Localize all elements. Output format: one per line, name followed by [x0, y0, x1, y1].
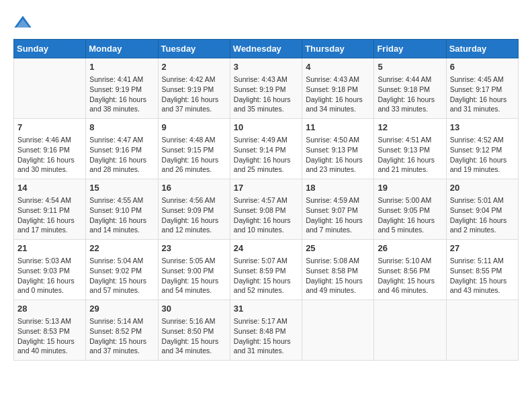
column-header-friday: Friday: [374, 40, 446, 58]
calendar-cell: [446, 300, 518, 361]
cell-content: Sunrise: 4:52 AM Sunset: 9:12 PM Dayligh…: [450, 135, 515, 175]
calendar-week-5: 28Sunrise: 5:13 AM Sunset: 8:53 PM Dayli…: [14, 300, 519, 361]
logo-icon: [13, 13, 32, 32]
cell-content: Sunrise: 4:42 AM Sunset: 9:19 PM Dayligh…: [162, 75, 226, 114]
calendar-cell: 24Sunrise: 5:07 AM Sunset: 8:59 PM Dayli…: [230, 240, 302, 300]
calendar-cell: 25Sunrise: 5:08 AM Sunset: 8:58 PM Dayli…: [302, 240, 374, 300]
calendar-cell: 11Sunrise: 4:50 AM Sunset: 9:13 PM Dayli…: [302, 119, 374, 179]
calendar-cell: 6Sunrise: 4:45 AM Sunset: 9:17 PM Daylig…: [446, 58, 518, 119]
page-header: [13, 13, 519, 32]
day-number: 30: [162, 303, 226, 315]
day-number: 4: [306, 61, 370, 73]
column-header-wednesday: Wednesday: [230, 40, 302, 58]
calendar-cell: 18Sunrise: 4:59 AM Sunset: 9:07 PM Dayli…: [302, 179, 374, 240]
calendar-cell: 8Sunrise: 4:47 AM Sunset: 9:16 PM Daylig…: [86, 119, 158, 179]
calendar-week-3: 14Sunrise: 4:54 AM Sunset: 9:11 PM Dayli…: [14, 179, 519, 240]
calendar-cell: 23Sunrise: 5:05 AM Sunset: 9:00 PM Dayli…: [158, 240, 230, 300]
cell-content: Sunrise: 4:41 AM Sunset: 9:19 PM Dayligh…: [89, 75, 154, 114]
calendar-cell: 17Sunrise: 4:57 AM Sunset: 9:08 PM Dayli…: [230, 179, 302, 240]
column-header-sunday: Sunday: [14, 40, 86, 58]
cell-content: Sunrise: 4:44 AM Sunset: 9:18 PM Dayligh…: [378, 75, 442, 114]
cell-content: Sunrise: 4:54 AM Sunset: 9:11 PM Dayligh…: [17, 195, 82, 235]
calendar-week-2: 7Sunrise: 4:46 AM Sunset: 9:16 PM Daylig…: [14, 119, 519, 179]
cell-content: Sunrise: 4:51 AM Sunset: 9:13 PM Dayligh…: [378, 135, 442, 175]
cell-content: Sunrise: 5:08 AM Sunset: 8:58 PM Dayligh…: [306, 256, 370, 295]
calendar-cell: 7Sunrise: 4:46 AM Sunset: 9:16 PM Daylig…: [14, 119, 86, 179]
calendar-cell: 26Sunrise: 5:10 AM Sunset: 8:56 PM Dayli…: [374, 240, 446, 300]
cell-content: Sunrise: 5:01 AM Sunset: 9:04 PM Dayligh…: [450, 195, 515, 235]
day-number: 12: [378, 122, 442, 134]
day-number: 26: [378, 242, 442, 255]
cell-content: Sunrise: 5:17 AM Sunset: 8:48 PM Dayligh…: [234, 316, 298, 356]
calendar-cell: 5Sunrise: 4:44 AM Sunset: 9:18 PM Daylig…: [374, 58, 446, 119]
day-number: 29: [89, 303, 154, 315]
calendar-cell: 9Sunrise: 4:48 AM Sunset: 9:15 PM Daylig…: [158, 119, 230, 179]
cell-content: Sunrise: 4:56 AM Sunset: 9:09 PM Dayligh…: [162, 195, 226, 235]
column-header-tuesday: Tuesday: [158, 40, 230, 58]
day-number: 25: [306, 242, 370, 255]
day-number: 2: [162, 61, 226, 73]
column-header-monday: Monday: [86, 40, 158, 58]
day-number: 27: [450, 242, 515, 255]
cell-content: Sunrise: 4:43 AM Sunset: 9:18 PM Dayligh…: [306, 75, 370, 114]
day-number: 22: [89, 242, 154, 255]
calendar-week-1: 1Sunrise: 4:41 AM Sunset: 9:19 PM Daylig…: [14, 58, 519, 119]
calendar-cell: [14, 58, 86, 119]
cell-content: Sunrise: 5:03 AM Sunset: 9:03 PM Dayligh…: [17, 256, 82, 295]
calendar-cell: 14Sunrise: 4:54 AM Sunset: 9:11 PM Dayli…: [14, 179, 86, 240]
calendar-cell: 19Sunrise: 5:00 AM Sunset: 9:05 PM Dayli…: [374, 179, 446, 240]
cell-content: Sunrise: 5:11 AM Sunset: 8:55 PM Dayligh…: [450, 256, 515, 295]
cell-content: Sunrise: 5:10 AM Sunset: 8:56 PM Dayligh…: [378, 256, 442, 295]
calendar-cell: 31Sunrise: 5:17 AM Sunset: 8:48 PM Dayli…: [230, 300, 302, 361]
day-number: 21: [17, 242, 82, 255]
calendar-cell: 15Sunrise: 4:55 AM Sunset: 9:10 PM Dayli…: [86, 179, 158, 240]
calendar-cell: 28Sunrise: 5:13 AM Sunset: 8:53 PM Dayli…: [14, 300, 86, 361]
cell-content: Sunrise: 5:07 AM Sunset: 8:59 PM Dayligh…: [234, 256, 298, 295]
cell-content: Sunrise: 4:50 AM Sunset: 9:13 PM Dayligh…: [306, 135, 370, 175]
calendar-cell: 21Sunrise: 5:03 AM Sunset: 9:03 PM Dayli…: [14, 240, 86, 300]
cell-content: Sunrise: 4:47 AM Sunset: 9:16 PM Dayligh…: [89, 135, 154, 175]
cell-content: Sunrise: 5:04 AM Sunset: 9:02 PM Dayligh…: [89, 256, 154, 295]
day-number: 17: [234, 182, 298, 194]
calendar-cell: 20Sunrise: 5:01 AM Sunset: 9:04 PM Dayli…: [446, 179, 518, 240]
calendar-cell: 16Sunrise: 4:56 AM Sunset: 9:09 PM Dayli…: [158, 179, 230, 240]
column-header-thursday: Thursday: [302, 40, 374, 58]
day-number: 28: [17, 303, 82, 315]
day-number: 31: [234, 303, 298, 315]
day-number: 8: [89, 122, 154, 134]
calendar-cell: 10Sunrise: 4:49 AM Sunset: 9:14 PM Dayli…: [230, 119, 302, 179]
logo: [13, 13, 35, 32]
calendar-cell: 30Sunrise: 5:16 AM Sunset: 8:50 PM Dayli…: [158, 300, 230, 361]
cell-content: Sunrise: 5:00 AM Sunset: 9:05 PM Dayligh…: [378, 195, 442, 235]
calendar-cell: 2Sunrise: 4:42 AM Sunset: 9:19 PM Daylig…: [158, 58, 230, 119]
cell-content: Sunrise: 5:14 AM Sunset: 8:52 PM Dayligh…: [89, 316, 154, 356]
day-number: 24: [234, 242, 298, 255]
calendar-week-4: 21Sunrise: 5:03 AM Sunset: 9:03 PM Dayli…: [14, 240, 519, 300]
calendar-cell: 13Sunrise: 4:52 AM Sunset: 9:12 PM Dayli…: [446, 119, 518, 179]
cell-content: Sunrise: 4:45 AM Sunset: 9:17 PM Dayligh…: [450, 75, 515, 114]
day-number: 11: [306, 122, 370, 134]
day-number: 14: [17, 182, 82, 194]
column-header-saturday: Saturday: [446, 40, 518, 58]
calendar-cell: [374, 300, 446, 361]
calendar-cell: 1Sunrise: 4:41 AM Sunset: 9:19 PM Daylig…: [86, 58, 158, 119]
calendar-cell: 27Sunrise: 5:11 AM Sunset: 8:55 PM Dayli…: [446, 240, 518, 300]
cell-content: Sunrise: 5:13 AM Sunset: 8:53 PM Dayligh…: [17, 316, 82, 356]
day-number: 10: [234, 122, 298, 134]
day-number: 15: [89, 182, 154, 194]
day-number: 23: [162, 242, 226, 255]
cell-content: Sunrise: 4:43 AM Sunset: 9:19 PM Dayligh…: [234, 75, 298, 114]
day-number: 9: [162, 122, 226, 134]
day-number: 18: [306, 182, 370, 194]
header-row: SundayMondayTuesdayWednesdayThursdayFrid…: [14, 40, 519, 58]
cell-content: Sunrise: 4:57 AM Sunset: 9:08 PM Dayligh…: [234, 195, 298, 235]
day-number: 16: [162, 182, 226, 194]
day-number: 20: [450, 182, 515, 194]
day-number: 1: [89, 61, 154, 73]
day-number: 5: [378, 61, 442, 73]
day-number: 7: [17, 122, 82, 134]
calendar-table: SundayMondayTuesdayWednesdayThursdayFrid…: [13, 39, 519, 361]
day-number: 3: [234, 61, 298, 73]
day-number: 19: [378, 182, 442, 194]
day-number: 13: [450, 122, 515, 134]
